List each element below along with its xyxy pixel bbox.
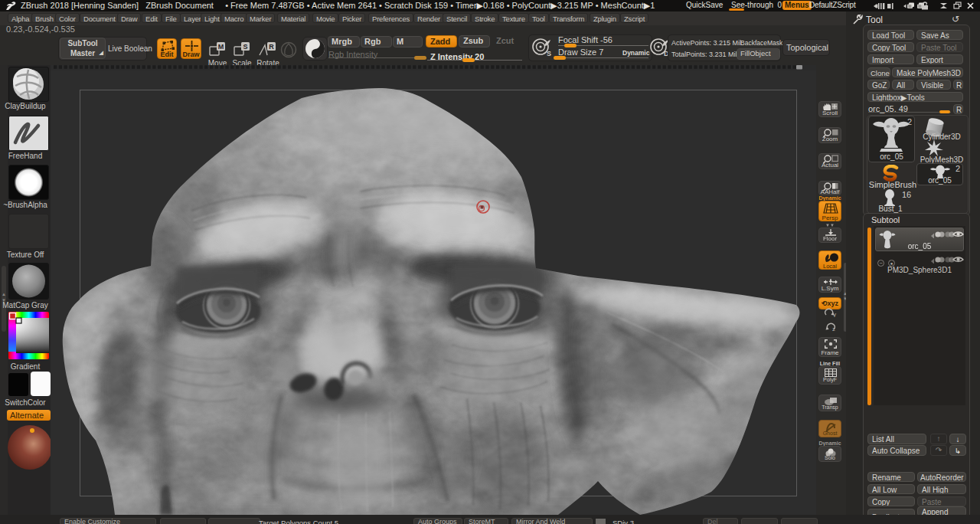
svg-text:R: R <box>269 43 274 51</box>
svg-text:z: z <box>832 326 835 332</box>
svg-text:S: S <box>547 50 551 57</box>
svg-text:S: S <box>243 43 247 51</box>
svg-text:y: y <box>833 311 836 317</box>
svg-text:M: M <box>218 43 224 51</box>
